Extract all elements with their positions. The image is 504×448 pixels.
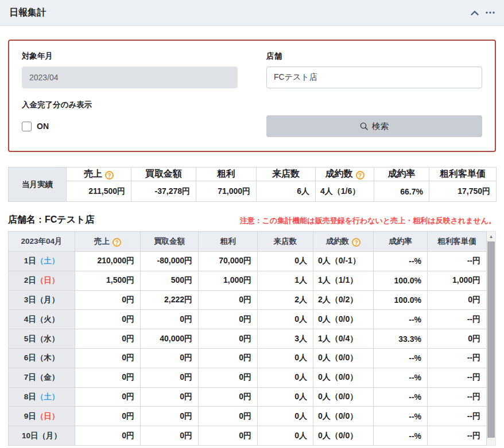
date-cell: 5日（水） xyxy=(9,329,75,349)
value-cell-purchase: 500円 xyxy=(141,271,199,290)
store-field: 店舗 xyxy=(266,51,482,88)
value-cell-visitors: 0人 xyxy=(258,368,313,387)
value-cell-gross: 1,000円 xyxy=(199,271,258,290)
value-cell-rate: 100.0% xyxy=(374,290,428,310)
date-cell: 10日（月） xyxy=(9,426,75,446)
help-icon[interactable]: ? xyxy=(352,238,360,247)
value-cell-unit_price: --円 xyxy=(428,368,487,387)
value-cell-contracts: 0人（0/0） xyxy=(313,310,374,329)
column-header-visitors: 来店数 xyxy=(258,232,313,252)
value-cell-unit_price: --円 xyxy=(428,348,487,368)
value-cell-rate: --% xyxy=(374,252,428,271)
value-cell-unit_price: 0円 xyxy=(428,329,487,349)
daily-row: 3日（月）0円2,222円0円2人2人（0/2）100.0%0円 xyxy=(9,290,487,310)
scrollbar-thumb[interactable] xyxy=(487,241,495,438)
value-cell-sales: 0円 xyxy=(75,348,141,368)
column-header-contracts: 成約数? xyxy=(316,167,374,181)
value-cell-rate: 66.7% xyxy=(374,181,429,202)
content-area: 対象年月 店舗 入金完了分のみ表示 ON 検索 xyxy=(0,26,504,446)
weekday-label: （日） xyxy=(36,412,60,420)
value-cell-sales: 0円 xyxy=(75,329,141,349)
value-cell-visitors: 0人 xyxy=(258,252,313,271)
value-cell-visitors: 1人 xyxy=(258,271,313,290)
value-cell-gross: 70,000円 xyxy=(199,252,258,271)
titlebar-icons xyxy=(471,10,495,15)
daily-row: 1日（土）210,000円-80,000円70,000円0人0人（0/-1）--… xyxy=(9,252,487,271)
summary-table: 当月実績 売上?買取金額粗利来店数成約数?成約率粗利客単価 211,500円-3… xyxy=(8,167,497,202)
value-cell-purchase: -80,000円 xyxy=(141,252,199,271)
weekday-label: （日） xyxy=(36,276,60,285)
value-cell-unit_price: 0円 xyxy=(428,290,487,310)
value-cell-unit_price: --円 xyxy=(428,252,487,271)
help-icon[interactable]: ? xyxy=(356,171,365,180)
value-cell-visitors: 6人 xyxy=(257,181,316,202)
value-cell-gross: 0円 xyxy=(199,348,258,368)
daily-table: 2023年04月 売上?買取金額粗利来店数成約数?成約率粗利客単価 1日（土）2… xyxy=(8,231,487,446)
value-cell-unit_price: --円 xyxy=(428,407,487,426)
target-month-input[interactable] xyxy=(22,67,238,88)
value-cell-purchase: 0円 xyxy=(141,348,199,368)
weekday-label: （月） xyxy=(36,295,60,304)
value-cell-gross: 0円 xyxy=(199,368,258,387)
value-cell-contracts: 1人（0/4） xyxy=(313,329,374,349)
value-cell-purchase: -37,278円 xyxy=(131,181,196,202)
more-options-icon[interactable] xyxy=(486,11,495,14)
value-cell-rate: 100.0% xyxy=(374,271,428,290)
search-button-field: 検索 xyxy=(266,100,482,137)
value-cell-sales: 1,500円 xyxy=(75,271,141,290)
help-icon[interactable]: ? xyxy=(113,238,121,247)
value-cell-unit_price: 17,750円 xyxy=(429,181,497,202)
paid-only-checkbox[interactable] xyxy=(22,122,32,131)
search-button[interactable]: 検索 xyxy=(266,115,482,137)
column-header-gross: 粗利 xyxy=(196,167,257,181)
value-cell-sales: 0円 xyxy=(75,407,141,426)
value-cell-visitors: 0人 xyxy=(258,426,313,446)
value-cell-purchase: 0円 xyxy=(141,310,199,329)
value-cell-sales: 211,500円 xyxy=(67,181,131,202)
value-cell-visitors: 0人 xyxy=(258,310,313,329)
page-title: 日報集計 xyxy=(9,7,46,19)
value-cell-gross: 0円 xyxy=(199,329,258,349)
column-header-rate: 成約率 xyxy=(374,167,429,181)
daily-row: 8日（土）0円0円0円0人0人（0/0）--%--円 xyxy=(9,387,487,407)
value-cell-sales: 0円 xyxy=(75,368,141,387)
value-cell-visitors: 0人 xyxy=(258,387,313,407)
target-month-field: 対象年月 xyxy=(22,51,238,88)
value-cell-rate: 33.3% xyxy=(374,329,428,349)
daily-row: 9日（日）0円0円0円0人0人（0/0）--%--円 xyxy=(9,407,487,426)
value-cell-rate: --% xyxy=(374,348,428,368)
summary-header-row: 当月実績 売上?買取金額粗利来店数成約数?成約率粗利客単価 xyxy=(9,167,497,181)
column-header-purchase: 買取金額 xyxy=(141,232,199,252)
summary-row-label: 当月実績 xyxy=(9,167,67,202)
value-cell-sales: 210,000円 xyxy=(75,252,141,271)
value-cell-gross: 0円 xyxy=(199,310,258,329)
value-cell-gross: 0円 xyxy=(199,387,258,407)
value-cell-rate: --% xyxy=(374,368,428,387)
value-cell-purchase: 0円 xyxy=(141,407,199,426)
store-label: 店舗 xyxy=(266,51,482,61)
value-cell-contracts: 0人（0/0） xyxy=(313,387,374,407)
date-cell: 6日（木） xyxy=(9,348,75,368)
store-input[interactable] xyxy=(266,67,482,88)
weekday-label: （土） xyxy=(36,256,60,265)
value-cell-contracts: 0人（0/0） xyxy=(313,368,374,387)
warning-text: 注意：この集計機能は販売登録を行わないと売上・粗利は反映されません。 xyxy=(240,216,496,226)
collapse-chevron-up-icon[interactable] xyxy=(471,10,479,15)
value-cell-gross: 0円 xyxy=(199,290,258,310)
daily-table-body: 1日（土）210,000円-80,000円70,000円0人0人（0/-1）--… xyxy=(9,252,487,446)
daily-table-header-row: 2023年04月 売上?買取金額粗利来店数成約数?成約率粗利客単価 xyxy=(9,232,487,252)
value-cell-contracts: 0人（0/0） xyxy=(313,426,374,446)
weekday-label: （木） xyxy=(36,353,60,362)
value-cell-contracts: 2人（0/2） xyxy=(313,290,374,310)
value-cell-unit_price: --円 xyxy=(428,387,487,407)
value-cell-contracts: 1人（1/1） xyxy=(313,271,374,290)
scrollbar-up-arrow-icon[interactable]: ▲ xyxy=(487,232,495,241)
column-header-sales: 売上? xyxy=(67,167,131,181)
value-cell-purchase: 0円 xyxy=(141,426,199,446)
date-cell: 3日（月） xyxy=(9,290,75,310)
target-month-label: 対象年月 xyxy=(22,51,238,61)
vertical-scrollbar[interactable]: ▲ xyxy=(487,231,496,446)
help-icon[interactable]: ? xyxy=(105,171,114,180)
store-name-heading: 店舗名：FCテスト店 xyxy=(8,214,94,226)
value-cell-visitors: 0人 xyxy=(258,407,313,426)
